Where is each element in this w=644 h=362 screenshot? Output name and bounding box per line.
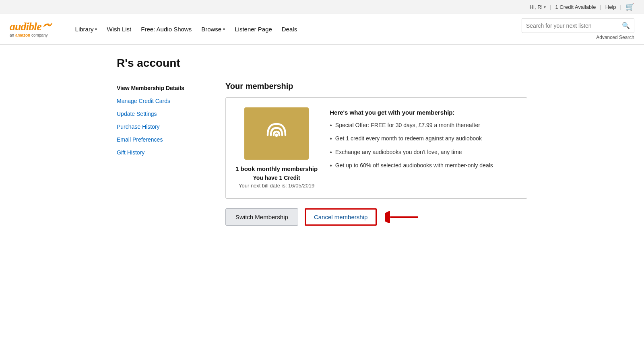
section-title: Your membership bbox=[225, 82, 527, 91]
separator-2: | bbox=[600, 4, 601, 10]
greeting-chevron: ▾ bbox=[544, 5, 546, 9]
sidebar-item-purchase-history[interactable]: Purchase History bbox=[117, 120, 205, 133]
advanced-search-link[interactable]: Advanced Search bbox=[596, 35, 634, 40]
logo-text: audible bbox=[10, 21, 41, 32]
sidebar-item-gift-history[interactable]: Gift History bbox=[117, 146, 205, 159]
benefit-item: Exchange any audiobooks you don't love, … bbox=[330, 148, 517, 157]
bill-date: Your next bill date is: 16/05/2019 bbox=[239, 183, 314, 189]
credit-link[interactable]: 1 Credit Available bbox=[555, 4, 596, 10]
page-title: R's account bbox=[117, 57, 527, 70]
layout: View Membership Details Manage Credit Ca… bbox=[117, 82, 527, 226]
search-area: 🔍 Advanced Search bbox=[522, 18, 634, 40]
sidebar-item-email-preferences[interactable]: Email Preferences bbox=[117, 133, 205, 146]
search-input[interactable] bbox=[522, 19, 618, 32]
sidebar-item-membership-details[interactable]: View Membership Details bbox=[117, 82, 205, 95]
greeting-text: Hi, R! bbox=[530, 4, 543, 10]
nav-wishlist[interactable]: Wish List bbox=[107, 26, 131, 33]
cancel-membership-button[interactable]: Cancel membership bbox=[305, 208, 377, 226]
separator-3: | bbox=[620, 4, 621, 10]
benefits-list: Special Offer: FREE for 30 days, £7.99 a… bbox=[330, 121, 517, 171]
membership-left: 1 book monthly membership You have 1 Cre… bbox=[235, 107, 318, 189]
main-nav: Library ▾ Wish List Free: Audio Shows Br… bbox=[75, 26, 510, 33]
logo-subtitle: an amazon company bbox=[10, 33, 55, 37]
switch-membership-button[interactable]: Switch Membership bbox=[225, 208, 298, 226]
sidebar-item-credit-cards[interactable]: Manage Credit Cards bbox=[117, 95, 205, 107]
svg-point-0 bbox=[275, 134, 278, 137]
sidebar-item-update-settings[interactable]: Update Settings bbox=[117, 107, 205, 120]
help-link[interactable]: Help bbox=[605, 4, 616, 10]
sidebar: View Membership Details Manage Credit Ca… bbox=[117, 82, 205, 226]
user-greeting[interactable]: Hi, R! ▾ bbox=[530, 4, 546, 10]
main-content: Your membership bbox=[225, 82, 527, 226]
credit-info: You have 1 Credit bbox=[253, 175, 300, 181]
nav-audio-shows[interactable]: Free: Audio Shows bbox=[141, 26, 192, 33]
logo-waves-icon bbox=[41, 19, 55, 28]
header: audible an amazon company Library ▾ Wish… bbox=[0, 14, 644, 45]
audible-membership-icon bbox=[260, 117, 293, 150]
benefit-item: Special Offer: FREE for 30 days, £7.99 a… bbox=[330, 121, 517, 130]
membership-right: Here's what you get with your membership… bbox=[330, 107, 517, 175]
membership-icon-box bbox=[244, 107, 309, 160]
nav-deals[interactable]: Deals bbox=[282, 26, 297, 33]
logo-area[interactable]: audible an amazon company bbox=[10, 21, 55, 37]
nav-library[interactable]: Library ▾ bbox=[75, 26, 97, 33]
search-box: 🔍 bbox=[522, 18, 634, 33]
arrow-annotation bbox=[385, 211, 421, 223]
top-bar: Hi, R! ▾ | 1 Credit Available | Help | 🛒 bbox=[0, 0, 644, 14]
separator-1: | bbox=[550, 4, 551, 10]
action-buttons: Switch Membership Cancel membership bbox=[225, 208, 527, 226]
benefits-title: Here's what you get with your membership… bbox=[330, 109, 517, 116]
nav-listener-page[interactable]: Listener Page bbox=[235, 26, 272, 33]
membership-name: 1 book monthly membership bbox=[235, 165, 318, 172]
nav-browse[interactable]: Browse ▾ bbox=[201, 26, 225, 33]
membership-card: 1 book monthly membership You have 1 Cre… bbox=[225, 97, 527, 199]
cart-icon[interactable]: 🛒 bbox=[625, 2, 634, 11]
benefit-item: Get up to 60% off selected audiobooks wi… bbox=[330, 162, 517, 170]
page-content: R's account View Membership Details Mana… bbox=[101, 45, 543, 238]
red-arrow-icon bbox=[385, 211, 421, 223]
search-button[interactable]: 🔍 bbox=[618, 19, 634, 33]
benefit-item: Get 1 credit every month to redeem again… bbox=[330, 135, 517, 143]
